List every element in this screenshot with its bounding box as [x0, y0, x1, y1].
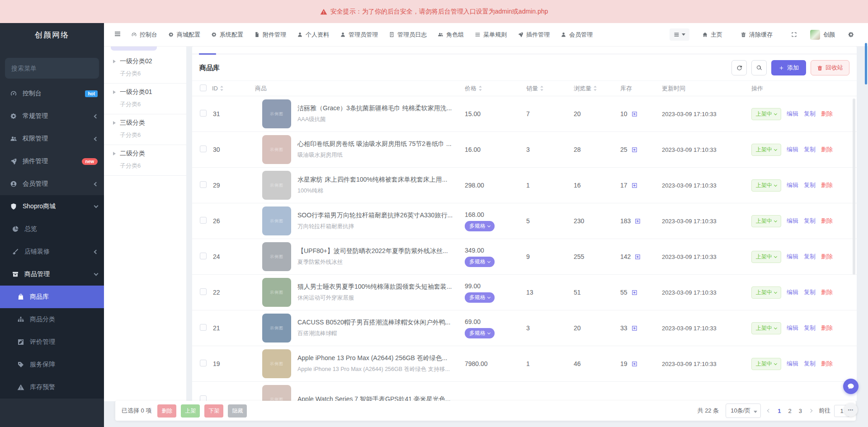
multi-spec-badge[interactable]: 多规格 — [465, 257, 495, 267]
status-dropdown[interactable]: 上架中 — [751, 108, 781, 120]
page-size-select[interactable]: 10条/页 — [726, 404, 761, 418]
status-dropdown[interactable]: 上架中 — [751, 215, 781, 227]
row-checkbox[interactable] — [200, 110, 207, 117]
delete-link[interactable]: 删除 — [821, 253, 833, 261]
sidebar-item-service-guarantee[interactable]: 服务保障 — [0, 353, 104, 376]
chat-float-button[interactable] — [843, 379, 859, 394]
row-checkbox[interactable] — [200, 217, 207, 224]
delete-link[interactable]: 删除 — [821, 110, 833, 118]
page-scrollbar-thumb[interactable] — [865, 43, 867, 84]
multi-spec-badge[interactable]: 多规格 — [465, 328, 495, 338]
edit-link[interactable]: 编辑 — [787, 181, 798, 189]
sidebar-item-goods-category[interactable]: 商品分类 — [0, 308, 104, 331]
edit-link[interactable]: 编辑 — [787, 253, 798, 261]
delete-link[interactable]: 删除 — [821, 360, 833, 368]
nav-attachment-manage[interactable]: 附件管理 — [249, 23, 292, 46]
nav-mall-config[interactable]: 商城配置 — [163, 23, 206, 46]
sidebar-item-goods-manage[interactable]: 商品管理 — [0, 263, 104, 286]
nav-home[interactable]: 主页 — [697, 31, 728, 39]
more-actions-float-button[interactable]: ⋯ — [844, 403, 858, 417]
stock-edit-icon[interactable] — [631, 361, 638, 367]
edit-link[interactable]: 编辑 — [787, 360, 798, 368]
menu-search-input[interactable] — [11, 65, 93, 72]
sidebar-item-goods-library[interactable]: 商品库 — [0, 286, 104, 308]
row-checkbox[interactable] — [200, 324, 207, 331]
page-number-3[interactable]: 3 — [799, 408, 802, 414]
sidebar-item-addon-manage[interactable]: 插件管理 new — [0, 150, 104, 173]
sidebar-item-general-manage[interactable]: 常规管理 — [0, 105, 104, 127]
status-dropdown[interactable]: 上架中 — [751, 358, 781, 370]
expand-caret-icon[interactable] — [113, 152, 116, 155]
sidebar-item-member-manage[interactable]: 会员管理 — [0, 173, 104, 195]
status-dropdown[interactable]: 上架中 — [751, 322, 781, 334]
sidebar-item-review-manage[interactable]: 评价管理 — [0, 331, 104, 353]
row-checkbox[interactable] — [200, 253, 207, 259]
nav-admin-log[interactable]: 管理员日志 — [383, 23, 432, 46]
delete-link[interactable]: 删除 — [821, 288, 833, 296]
category-tree-item[interactable]: 三级分类 子分类6 — [104, 114, 186, 145]
sort-icon[interactable] — [593, 85, 597, 91]
sidebar-item-stock-warning[interactable]: 库存预警 — [0, 376, 104, 399]
product-title[interactable]: 【UPF80+】波司登防晒衣2022年夏季防紫外线冰丝... — [297, 247, 448, 255]
nav-user-menu[interactable]: 创颜 — [810, 30, 835, 40]
category-tree-item[interactable]: 一级分类01 子分类6 — [104, 84, 186, 114]
edit-link[interactable]: 编辑 — [787, 110, 798, 118]
product-title[interactable]: CACUSS B0520帽子男百搭潮流棒球帽女休闲户外鸭... — [297, 319, 450, 327]
copy-link[interactable]: 复制 — [804, 324, 816, 332]
copy-link[interactable]: 复制 — [804, 360, 816, 368]
sort-icon[interactable] — [540, 85, 544, 91]
copy-link[interactable]: 复制 — [804, 217, 816, 225]
copy-link[interactable]: 复制 — [804, 288, 816, 296]
product-title[interactable]: 洁丽雅（Grace）3条抗菌新疆棉毛巾 纯棉柔软家用洗... — [297, 104, 452, 113]
product-title[interactable]: Apple iPhone 13 Pro Max (A2644) 256GB 苍岭… — [297, 354, 450, 362]
bulk-hide-button[interactable]: 隐藏 — [228, 404, 247, 418]
delete-link[interactable]: 删除 — [821, 145, 833, 154]
nav-admin-manage[interactable]: 管理员管理 — [335, 23, 383, 46]
edit-link[interactable]: 编辑 — [787, 324, 798, 332]
product-title[interactable]: 水星家纺 床上四件套100%纯棉被套床单枕套床上用... — [297, 176, 447, 184]
product-title[interactable]: 心相印卷纸厨房卷纸 吸油吸水厨房用纸 75节2卷纸巾 ... — [297, 140, 452, 148]
page-number-2[interactable]: 2 — [788, 408, 792, 414]
prev-page-button[interactable] — [768, 409, 770, 412]
row-checkbox[interactable] — [200, 145, 207, 152]
stock-edit-icon[interactable] — [631, 182, 638, 189]
recycle-bin-button[interactable]: 回收站 — [811, 60, 849, 75]
stock-edit-icon[interactable] — [631, 111, 638, 117]
copy-link[interactable]: 复制 — [804, 253, 816, 261]
expand-caret-icon[interactable] — [113, 60, 116, 63]
status-dropdown[interactable]: 上架中 — [751, 144, 781, 156]
copy-link[interactable]: 复制 — [804, 145, 816, 154]
stock-edit-icon[interactable] — [634, 218, 641, 225]
page-number-1[interactable]: 1 — [778, 408, 781, 414]
multi-spec-badge[interactable]: 多规格 — [465, 221, 495, 231]
row-checkbox[interactable] — [200, 181, 207, 188]
sort-icon[interactable] — [478, 85, 482, 91]
select-all-checkbox[interactable] — [200, 84, 207, 91]
nav-menu-rule[interactable]: 菜单规则 — [469, 23, 512, 46]
nav-member-manage[interactable]: 会员管理 — [555, 23, 598, 46]
add-button[interactable]: 添加 — [771, 60, 806, 75]
sidebar-item-store-decoration[interactable]: 店铺装修 — [0, 240, 104, 263]
multi-spec-badge[interactable]: 多规格 — [465, 292, 495, 303]
product-title[interactable]: 猫人男士睡衣男夏季100%纯棉薄款圆领套头短袖套装... — [297, 283, 452, 291]
menu-search-box[interactable] — [5, 58, 99, 79]
bulk-on-shelf-button[interactable]: 上架 — [181, 404, 200, 418]
stock-edit-icon[interactable] — [631, 325, 638, 332]
bulk-off-shelf-button[interactable]: 下架 — [204, 404, 223, 418]
stock-edit-icon[interactable] — [634, 253, 641, 260]
nav-settings[interactable] — [842, 31, 860, 38]
nav-fullscreen[interactable] — [785, 31, 803, 38]
expand-caret-icon[interactable] — [113, 90, 116, 94]
panel-scrollbar-thumb[interactable] — [853, 99, 855, 275]
nav-role-group[interactable]: 角色组 — [432, 23, 469, 46]
next-page-button[interactable] — [809, 409, 812, 412]
nav-console[interactable]: 控制台 — [126, 23, 163, 46]
sidebar-item-permission-manage[interactable]: 权限管理 — [0, 127, 104, 150]
status-dropdown[interactable]: 上架中 — [751, 179, 781, 192]
category-tree-item[interactable]: 一级分类02 子分类6 — [104, 53, 186, 84]
expand-caret-icon[interactable] — [113, 121, 116, 125]
edit-link[interactable]: 编辑 — [787, 288, 798, 296]
status-dropdown[interactable]: 上架中 — [751, 286, 781, 299]
sidebar-item-overview[interactable]: 总览 — [0, 218, 104, 240]
edit-link[interactable]: 编辑 — [787, 145, 798, 154]
